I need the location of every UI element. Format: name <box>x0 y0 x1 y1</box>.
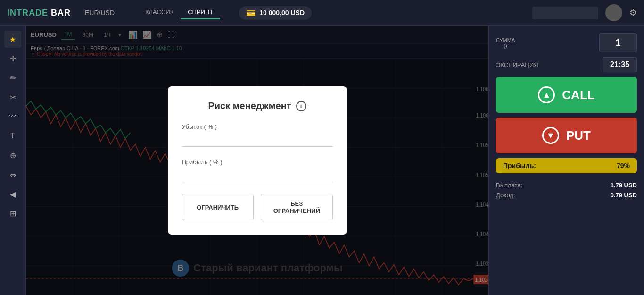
measure-btn[interactable]: ⇔ <box>4 166 21 183</box>
balance-amount: 10 000,00 USD <box>259 9 305 17</box>
pair-label: EUR/USD <box>85 9 115 17</box>
nav-tabs: КЛАССИК СПРИНТ <box>138 6 220 19</box>
header: INTRADE BAR EUR/USD КЛАССИК СПРИНТ 💳 10 … <box>0 0 644 26</box>
left-toolbar: ★ ✛ ✏ ✂ 〰 T ⊕ ⇔ ◀ ⊞ <box>0 26 26 295</box>
payout-value: 1.79 USD <box>611 182 637 189</box>
crosshair-btn[interactable]: ✛ <box>4 50 21 67</box>
tab-klassik[interactable]: КЛАССИК <box>138 6 181 19</box>
pencil-btn[interactable]: ✏ <box>4 69 21 86</box>
node-btn[interactable]: ⊕ <box>4 147 21 164</box>
loss-label: Убыток ( % ) <box>182 123 333 130</box>
modal-title: Риск менеджмент i <box>182 101 333 111</box>
loss-field: Убыток ( % ) <box>182 123 333 147</box>
profit-label: Прибыль: <box>503 162 536 169</box>
wave-btn[interactable]: 〰 <box>4 108 21 125</box>
exp-label: ЭКСПИРАЦИЯ <box>496 61 538 68</box>
call-arrow-up: ▲ <box>538 86 555 103</box>
income-label: Доход: <box>496 192 515 199</box>
modal-buttons: ОГРАНИЧИТЬ БЕЗ ОГРАНИЧЕНИЙ <box>182 194 333 220</box>
card-icon: 💳 <box>246 8 256 17</box>
profit-section: Прибыль: 79% <box>496 158 637 173</box>
scissors-btn[interactable]: ✂ <box>4 89 21 106</box>
balance-chip: 💳 10 000,00 USD <box>239 6 312 20</box>
profit-label: Прибыль ( % ) <box>182 159 333 166</box>
text-btn[interactable]: T <box>4 127 21 144</box>
gear-icon[interactable]: ⚙ <box>629 8 637 18</box>
call-button[interactable]: ▲ CALL <box>496 77 637 113</box>
tab-sprint[interactable]: СПРИНТ <box>181 6 220 19</box>
sum-label: СУММА () <box>496 37 515 49</box>
put-arrow-down: ▼ <box>542 127 559 144</box>
call-label: CALL <box>562 88 594 102</box>
logo: INTRADE BAR <box>7 8 71 18</box>
info-icon[interactable]: i <box>296 101 306 111</box>
no-limit-button[interactable]: БЕЗ ОГРАНИЧЕНИЙ <box>261 194 333 220</box>
income-row: Доход: 0.79 USD <box>496 190 637 200</box>
favorite-btn[interactable]: ★ <box>4 31 21 48</box>
sum-label-line1: СУММА <box>496 37 515 43</box>
loss-input[interactable] <box>182 134 333 147</box>
chart-area: EURUSD 1М 30М 1Ч ▾ 📊 📈 ⊕ ⛶ Евро / Доллар… <box>26 26 488 295</box>
header-right: ⚙ <box>532 4 637 21</box>
income-value: 0.79 USD <box>611 192 637 199</box>
payout-label: Выплата: <box>496 182 522 189</box>
search-input[interactable] <box>532 7 598 19</box>
payout-section: Выплата: 1.79 USD Доход: 0.79 USD <box>496 178 637 202</box>
modal-overlay: Риск менеджмент i Убыток ( % ) Прибыль (… <box>26 26 488 295</box>
profit-row: Прибыль: 79% <box>503 162 630 169</box>
right-panel: СУММА () 1 ЭКСПИРАЦИЯ 21:35 ▲ CALL ▼ PUT… <box>488 26 644 295</box>
limit-button[interactable]: ОГРАНИЧИТЬ <box>182 194 254 220</box>
main-layout: ★ ✛ ✏ ✂ 〰 T ⊕ ⇔ ◀ ⊞ EURUSD 1М 30М 1Ч ▾ 📊… <box>0 26 644 295</box>
back-btn[interactable]: ◀ <box>4 185 21 202</box>
sum-value[interactable]: 1 <box>599 33 637 52</box>
profit-input[interactable] <box>182 169 333 182</box>
put-label: PUT <box>566 128 591 143</box>
risk-modal: Риск менеджмент i Убыток ( % ) Прибыль (… <box>168 86 347 235</box>
sum-row: СУММА () 1 <box>496 33 637 52</box>
profit-field: Прибыль ( % ) <box>182 159 333 182</box>
payout-row: Выплата: 1.79 USD <box>496 180 637 190</box>
exp-value[interactable]: 21:35 <box>603 57 637 72</box>
put-button[interactable]: ▼ PUT <box>496 118 637 153</box>
profit-value: 79% <box>617 162 630 169</box>
layers-btn[interactable]: ⊞ <box>4 205 21 222</box>
sum-label-line2: () <box>496 43 515 49</box>
avatar[interactable] <box>605 4 622 21</box>
exp-row: ЭКСПИРАЦИЯ 21:35 <box>496 57 637 72</box>
